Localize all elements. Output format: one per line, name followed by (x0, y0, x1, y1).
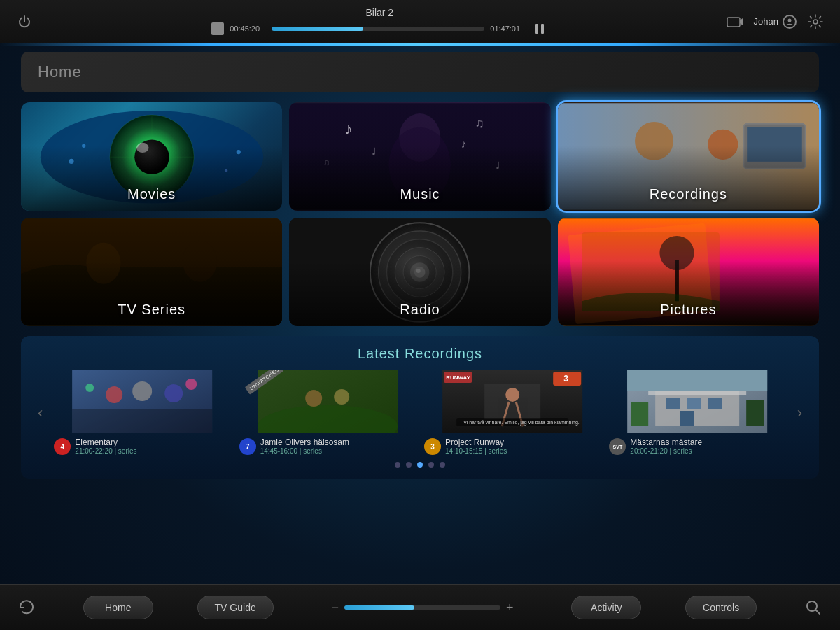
top-left-controls (14, 11, 35, 32)
latest-recordings-title: Latest Recordings (35, 346, 805, 362)
tv-guide-button[interactable]: TV Guide (197, 596, 274, 620)
latest-recordings-section: Latest Recordings ‹ (21, 336, 819, 479)
top-glow (0, 43, 840, 46)
svg-point-4 (813, 20, 818, 24)
svg-point-66 (505, 388, 519, 402)
recording-name-runway: Project Runway (445, 438, 507, 447)
recording-time-runway: 14:10-15:15 | series (445, 447, 507, 455)
progress-track[interactable] (272, 27, 484, 31)
pictures-label: Pictures (558, 302, 819, 318)
main-content: Home (0, 43, 840, 584)
tv-series-label: TV Series (21, 302, 282, 318)
next-arrow[interactable]: › (794, 404, 805, 422)
recording-name-mastarna: Mästarnas mästare (630, 438, 702, 447)
home-title: Home (38, 63, 82, 80)
channel-badge-3: 3 (424, 438, 441, 455)
recording-text-elementary: Elementary 21:00-22:20 | series (75, 438, 136, 455)
settings-icon[interactable] (805, 11, 826, 32)
tile-tv-series[interactable]: TV Series (21, 218, 282, 326)
svg-point-59 (86, 384, 94, 392)
recordings-label: Recordings (558, 186, 819, 202)
dot-5[interactable] (440, 462, 445, 468)
svg-point-63 (334, 389, 349, 405)
svg-point-3 (788, 18, 792, 22)
radio-label: Radio (289, 302, 550, 318)
tile-movies[interactable]: Movies (21, 102, 282, 211)
svg-rect-80 (628, 370, 768, 391)
svg-rect-1 (541, 24, 544, 34)
recording-info-runway: 3 Project Runway 14:10-15:15 | series (424, 438, 601, 455)
recording-text-mastarna: Mästarnas mästare 20:00-21:20 | series (630, 438, 702, 455)
svg-line-84 (816, 610, 820, 615)
svg-point-56 (165, 384, 183, 402)
prev-arrow[interactable]: ‹ (35, 404, 46, 422)
svg-point-62 (305, 390, 322, 407)
tile-music[interactable]: ♪ ♫ ♩ ♪ ♫ ♩ Music (289, 102, 550, 211)
svg-point-55 (133, 382, 153, 401)
recording-thumb-runway: RUNWAY 3 Vi har två vinnare. Emilio, jag… (424, 370, 601, 433)
svg-rect-2 (727, 18, 740, 27)
svg-rect-57 (73, 409, 213, 433)
svg-rect-82 (747, 400, 764, 426)
now-playing-area: Bilar 2 00:45:20 01:47:01 (35, 7, 724, 36)
username: Johan (754, 16, 778, 27)
recording-item-elementary[interactable]: 4 Elementary 21:00-22:20 | series (54, 370, 230, 455)
svg-text:RUNWAY: RUNWAY (446, 374, 470, 381)
svg-rect-79 (680, 411, 694, 426)
recording-time-jamie: 14:45-16:00 | series (260, 447, 349, 455)
activity-button[interactable]: Activity (571, 596, 641, 620)
svg-point-54 (106, 386, 123, 403)
time-current: 00:45:20 (230, 24, 266, 33)
svg-rect-81 (631, 402, 649, 426)
svg-rect-0 (536, 24, 538, 34)
channel-badge-4: 4 (54, 438, 71, 455)
channel-badge-svt: SVT (609, 438, 626, 455)
top-bar: Bilar 2 00:45:20 01:47:01 Johan (0, 0, 840, 43)
svg-text:3: 3 (564, 374, 568, 384)
progress-bar-container: 00:45:20 01:47:01 (211, 21, 547, 36)
refresh-button[interactable] (14, 595, 39, 620)
recording-text-runway: Project Runway 14:10-15:15 | series (445, 438, 507, 455)
dot-1[interactable] (395, 462, 400, 468)
recording-time-mastarna: 20:00-21:20 | series (630, 447, 702, 455)
recording-item-jamie[interactable]: UNWATCHED 7 Jamie Olivers hälsosam 14:45… (239, 370, 416, 455)
music-label: Music (289, 186, 550, 202)
recording-time-elementary: 21:00-22:20 | series (75, 447, 136, 455)
svg-text:Vi har två vinnare. Emilio, ja: Vi har två vinnare. Emilio, jag vill bar… (463, 420, 580, 426)
stop-button[interactable] (211, 22, 224, 35)
dot-3[interactable] (417, 462, 423, 468)
volume-control: − + (331, 601, 513, 615)
camera-icon[interactable] (724, 11, 746, 32)
recording-info-elementary: 4 Elementary 21:00-22:20 | series (54, 438, 230, 455)
channel-badge-7: 7 (239, 438, 256, 455)
recording-thumb-mastarna (609, 370, 785, 433)
recording-thumb-elementary (54, 370, 230, 433)
volume-plus[interactable]: + (506, 601, 514, 615)
user-info: Johan (754, 15, 797, 29)
home-button[interactable]: Home (83, 596, 153, 620)
controls-button[interactable]: Controls (685, 596, 757, 620)
svg-rect-78 (708, 398, 722, 409)
volume-minus[interactable]: − (331, 601, 339, 615)
recording-text-jamie: Jamie Olivers hälsosam 14:45-16:00 | ser… (260, 438, 349, 455)
power-icon[interactable] (14, 11, 35, 32)
tile-pictures[interactable]: Pictures (558, 218, 819, 326)
recording-name-jamie: Jamie Olivers hälsosam (260, 438, 349, 447)
tile-recordings[interactable]: Recordings (558, 102, 819, 211)
search-button[interactable] (801, 595, 826, 620)
progress-fill (272, 27, 363, 31)
volume-track[interactable] (344, 606, 500, 610)
svg-rect-76 (666, 398, 680, 409)
tile-radio[interactable]: Radio (289, 218, 550, 326)
dot-4[interactable] (428, 462, 434, 468)
recording-item-mastarna[interactable]: SVT Mästarnas mästare 20:00-21:20 | seri… (609, 370, 785, 455)
user-avatar[interactable] (783, 15, 797, 29)
recordings-row: ‹ (35, 370, 805, 455)
recording-thumb-jamie: UNWATCHED (239, 370, 416, 433)
movies-label: Movies (21, 186, 282, 202)
pause-button[interactable] (532, 21, 547, 36)
recording-item-runway[interactable]: RUNWAY 3 Vi har två vinnare. Emilio, jag… (424, 370, 601, 455)
pagination-dots (35, 462, 805, 468)
bottom-bar: Home TV Guide − + Activity Controls (0, 584, 840, 630)
dot-2[interactable] (406, 462, 412, 468)
